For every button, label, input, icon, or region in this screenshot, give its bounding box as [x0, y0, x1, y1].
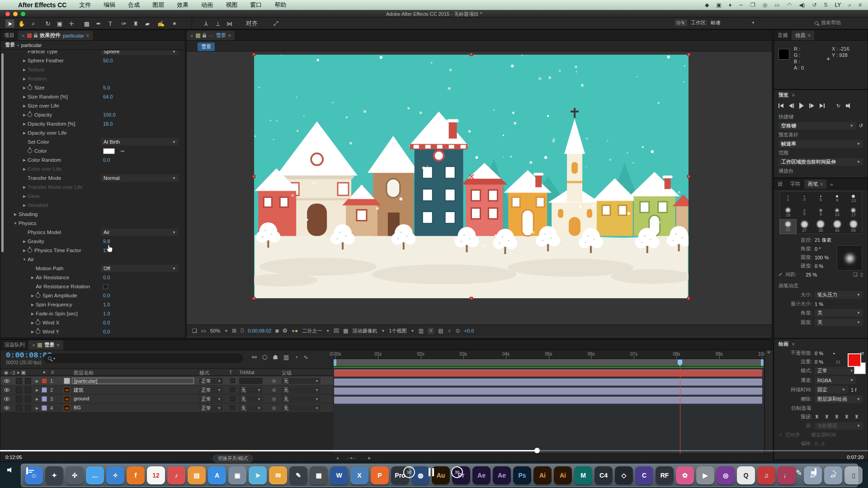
- menubar-item-3[interactable]: 图层: [152, 1, 164, 8]
- selection-handle-ml[interactable]: [252, 175, 255, 178]
- dock-video-player[interactable]: ▦: [310, 466, 328, 484]
- paint-flow-value[interactable]: 0 %: [815, 359, 823, 365]
- layer-expander-icon[interactable]: ▶: [36, 406, 38, 410]
- hand-tool-icon[interactable]: ✋: [17, 19, 26, 28]
- menubar-item-1[interactable]: 编辑: [104, 1, 115, 8]
- expand-arrow-icon[interactable]: ▶: [21, 122, 28, 126]
- displays-icon[interactable]: ❐: [750, 2, 755, 8]
- time-ruler[interactable]: 0:00s01s02s03s04s05s06s07s08s09s10s: [334, 350, 764, 359]
- clone-preset-5-icon[interactable]: ♜: [854, 414, 862, 420]
- expand-arrow-icon[interactable]: ▶: [29, 294, 36, 298]
- effect-param-transfer-mode-over-life[interactable]: ▶Transfer Mode over Life: [0, 183, 185, 192]
- tab-overflow[interactable]: »: [826, 179, 836, 189]
- collapse-arrow-icon[interactable]: ▼: [12, 221, 19, 225]
- zoom-slider[interactable]: —●—: [347, 456, 356, 460]
- dock-music-163[interactable]: ♫: [757, 466, 775, 484]
- effect-param-size-random-[interactable]: ▶Size Random [%]64.0: [0, 92, 185, 101]
- tab-timeline-comp[interactable]: × 雪景 ≡: [28, 340, 63, 350]
- exposure-value[interactable]: +0.0: [464, 328, 474, 333]
- expand-arrow-icon[interactable]: ▶: [21, 194, 28, 198]
- layer-t-checkbox[interactable]: [230, 387, 235, 392]
- panel-menu-icon[interactable]: ≡: [792, 342, 795, 347]
- dock-audition[interactable]: Au: [432, 466, 450, 484]
- effect-param-streaklet[interactable]: ▶Streaklet: [0, 201, 185, 210]
- effect-param-spin-amplitude[interactable]: ▶Spin Amplitude0.0: [0, 291, 185, 300]
- microphone-icon[interactable]: ♦: [729, 2, 731, 8]
- expand-arrow-icon[interactable]: ▶: [12, 212, 19, 216]
- brush-tool-icon[interactable]: ✑: [119, 19, 128, 28]
- snapshot-icon[interactable]: ◙: [275, 328, 278, 334]
- paint-mode-dropdown[interactable]: 正常▼: [815, 367, 856, 375]
- parent-pickwhip-icon[interactable]: ◎: [272, 387, 276, 392]
- play-button[interactable]: [799, 103, 804, 109]
- region-of-interest-icon[interactable]: ⌼: [241, 328, 244, 334]
- video-edit-icon[interactable]: ✎: [796, 468, 802, 478]
- chevron-down-icon[interactable]: ▼: [381, 329, 385, 333]
- search-help[interactable]: 搜索帮助: [815, 19, 841, 26]
- brush-size-35[interactable]: 35: [812, 220, 829, 234]
- draft-3d-icon[interactable]: ⬡: [262, 354, 267, 361]
- dock-firefox[interactable]: f: [127, 466, 145, 484]
- param-value[interactable]: 0.0: [103, 293, 110, 298]
- menubar-item-6[interactable]: 视图: [226, 1, 237, 8]
- work-area-bar[interactable]: [334, 359, 764, 366]
- eraser-tool-icon[interactable]: ▰: [143, 19, 152, 28]
- range-dropdown[interactable]: 工作区域按当前时间延伸▼: [778, 158, 863, 166]
- expand-arrow-icon[interactable]: ▶: [21, 239, 28, 244]
- dyn-round-dropdown[interactable]: 关▼: [815, 319, 863, 326]
- clone-stamp-tool-icon[interactable]: ♜: [131, 19, 140, 28]
- mode-column[interactable]: 模式: [199, 370, 209, 376]
- layer-trkmat-dropdown[interactable]: 无▼: [239, 405, 263, 411]
- dock-safari[interactable]: ✧: [106, 466, 124, 484]
- expand-arrow-icon[interactable]: ▶: [29, 303, 36, 307]
- layer-name[interactable]: [particular]: [72, 378, 194, 384]
- panel-menu-icon[interactable]: ≡: [792, 93, 795, 98]
- close-icon[interactable]: ×: [32, 343, 35, 348]
- selection-handle-bl[interactable]: [252, 297, 255, 300]
- work-area-end-handle[interactable]: [761, 359, 764, 366]
- shy-layers-icon[interactable]: ☗: [273, 354, 278, 361]
- dock-messages[interactable]: …: [86, 466, 104, 484]
- trash-icon[interactable]: ▯: [860, 272, 863, 277]
- dock-c-app[interactable]: C: [635, 466, 653, 484]
- param-value[interactable]: 0.0: [103, 329, 110, 334]
- dock-launchpad[interactable]: ✦: [45, 466, 63, 484]
- spotlight-icon[interactable]: ⌕: [848, 2, 851, 8]
- clone-preset-3-icon[interactable]: ♜: [835, 414, 842, 420]
- layer-audio-toggle[interactable]: [16, 396, 22, 402]
- dock-music-2[interactable]: ♩: [778, 466, 796, 484]
- zoom-tool-icon[interactable]: ⌕: [29, 19, 38, 28]
- primary-viewer-icon[interactable]: ▭: [201, 328, 206, 334]
- puppet-pin-tool-icon[interactable]: ✶: [170, 19, 179, 28]
- expand-arrow-icon[interactable]: ▶: [21, 158, 28, 162]
- stopwatch-icon[interactable]: [28, 113, 32, 117]
- menubar-item-2[interactable]: 合成: [128, 1, 140, 8]
- selection-tool-icon[interactable]: ➤: [5, 19, 14, 28]
- effect-param-color-over-life[interactable]: ▶Color over Life: [0, 164, 185, 174]
- layer-mode-dropdown[interactable]: 正常▼: [199, 378, 223, 384]
- layer-lock-toggle[interactable]: [25, 396, 31, 402]
- effect-param-opacity-random-[interactable]: ▶Opacity Random [%]18.0: [0, 119, 185, 128]
- dock-preview[interactable]: ▣: [228, 466, 246, 484]
- panel-menu-icon[interactable]: ≡: [228, 33, 231, 38]
- param-checkbox[interactable]: [103, 284, 108, 289]
- effect-param-air[interactable]: ▼Air: [0, 255, 185, 264]
- view-layout-value[interactable]: 1个视图: [389, 328, 406, 334]
- safe-margins-icon[interactable]: ⊞: [232, 328, 236, 334]
- expand-arrow-icon[interactable]: ▶: [29, 312, 36, 316]
- clone-preset-1-icon[interactable]: ♜: [815, 414, 822, 420]
- pen-tool-icon[interactable]: ✒: [94, 19, 103, 28]
- layer-audio-toggle[interactable]: [16, 405, 22, 411]
- brush-size-19[interactable]: 19: [780, 206, 796, 220]
- dock-motion[interactable]: ◎: [717, 466, 735, 484]
- duration-frames-value[interactable]: 1 f: [851, 387, 856, 393]
- layer-parent-dropdown[interactable]: 无▼: [282, 396, 321, 402]
- motion-blur-icon[interactable]: ◔: [294, 354, 298, 361]
- layer-visibility-icon[interactable]: [4, 379, 9, 383]
- layer-label-color[interactable]: [42, 396, 47, 402]
- target-region-icon[interactable]: 回: [334, 327, 339, 335]
- sync-settings-icon[interactable]: ⊙↯: [675, 19, 687, 26]
- layer-name[interactable]: BG: [74, 405, 81, 410]
- param-value[interactable]: 1.0: [103, 311, 110, 316]
- expand-arrow-icon[interactable]: ▶: [21, 203, 28, 207]
